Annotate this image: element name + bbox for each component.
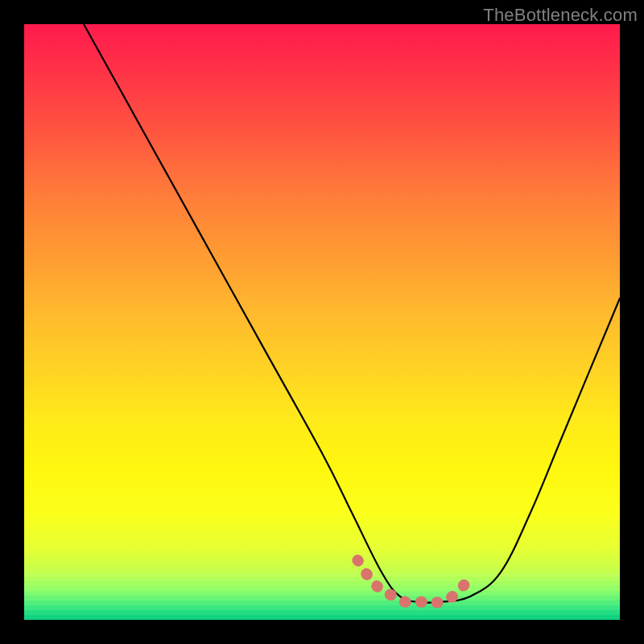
bottleneck-curve [84,24,620,603]
optimal-range-dots [357,560,464,602]
chart-svg [24,24,620,620]
gradient-band-texture [24,572,620,620]
plot-area [24,24,620,620]
watermark-text: TheBottleneck.com [483,5,638,26]
chart-frame: TheBottleneck.com [0,0,644,644]
